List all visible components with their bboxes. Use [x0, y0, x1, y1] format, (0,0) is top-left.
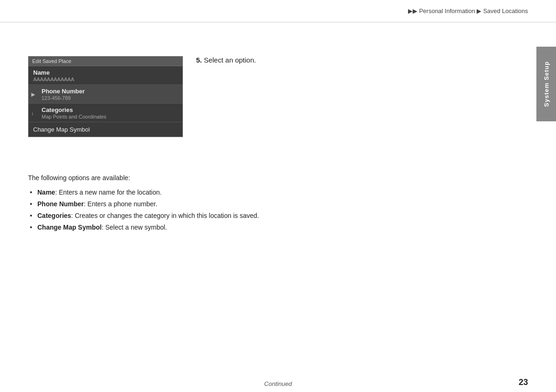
row-phone-icon: ▶: [31, 91, 35, 97]
text-mapsymbol: : Select a new symbol.: [102, 224, 167, 231]
list-item-categories: Categories: Creates or changes the categ…: [37, 211, 500, 221]
step-instruction: 5. Select an option.: [196, 56, 256, 64]
description-intro: The following options are available:: [28, 173, 500, 183]
main-content: Edit Saved Place Name AAAAAAAAAAAA ▶ Pho…: [28, 28, 528, 373]
step-number: 5.: [196, 56, 202, 64]
ui-panel-row-name[interactable]: Name AAAAAAAAAAAA: [28, 66, 183, 85]
breadcrumb-section1: Personal Information: [419, 7, 475, 14]
breadcrumb: ▶▶ Personal Information ▶ Saved Location…: [408, 7, 528, 14]
footer-page-number: 23: [519, 378, 528, 387]
list-item-name: Name: Enters a new name for the location…: [37, 188, 500, 197]
ui-panel-row-categories[interactable]: ↓ Categories Map Points and Coordinates: [28, 104, 183, 122]
term-name: Name: [37, 189, 55, 196]
breadcrumb-bar: ▶▶ Personal Information ▶ Saved Location…: [0, 0, 556, 22]
side-tab-label: System Setup: [543, 61, 550, 107]
row-name-sub: AAAAAAAAAAAA: [33, 77, 178, 82]
ui-panel-row-phone[interactable]: ▶ Phone Number 123-456-789: [28, 85, 183, 104]
step-text: Select an option.: [204, 56, 256, 64]
text-categories: : Creates or changes the category in whi…: [71, 212, 259, 219]
text-name: : Enters a new name for the location.: [55, 189, 162, 196]
ui-panel: Edit Saved Place Name AAAAAAAAAAAA ▶ Pho…: [28, 56, 183, 137]
breadcrumb-section2: Saved Locations: [483, 7, 528, 14]
row-categories-sub: Map Points and Coordinates: [42, 114, 178, 119]
ui-panel-header: Edit Saved Place: [28, 56, 183, 66]
footer-continued: Continued: [264, 380, 292, 387]
row-phone-sub: 123-456-789: [42, 95, 178, 101]
list-item-mapsymbol: Change Map Symbol: Select a new symbol.: [37, 223, 500, 232]
footer: Continued: [0, 380, 556, 387]
row-categories-label: Categories: [42, 106, 178, 113]
row-mapsymbol-label: Change Map Symbol: [33, 126, 90, 133]
description: The following options are available: Nam…: [28, 173, 500, 234]
text-phone: : Enters a phone number.: [84, 200, 157, 208]
row-phone-label: Phone Number: [42, 88, 178, 95]
ui-panel-row-mapsymbol[interactable]: Change Map Symbol: [28, 122, 183, 137]
row-name-label: Name: [33, 69, 178, 76]
system-setup-tab: System Setup: [536, 47, 556, 121]
row-categories-icon: ↓: [31, 110, 34, 116]
term-mapsymbol: Change Map Symbol: [37, 224, 102, 231]
breadcrumb-arrows: ▶▶: [408, 7, 417, 14]
list-item-phone: Phone Number: Enters a phone number.: [37, 199, 500, 209]
breadcrumb-arrow2: ▶: [477, 7, 481, 14]
term-phone: Phone Number: [37, 200, 84, 208]
bullet-list: Name: Enters a new name for the location…: [28, 188, 500, 232]
term-categories: Categories: [37, 212, 71, 219]
